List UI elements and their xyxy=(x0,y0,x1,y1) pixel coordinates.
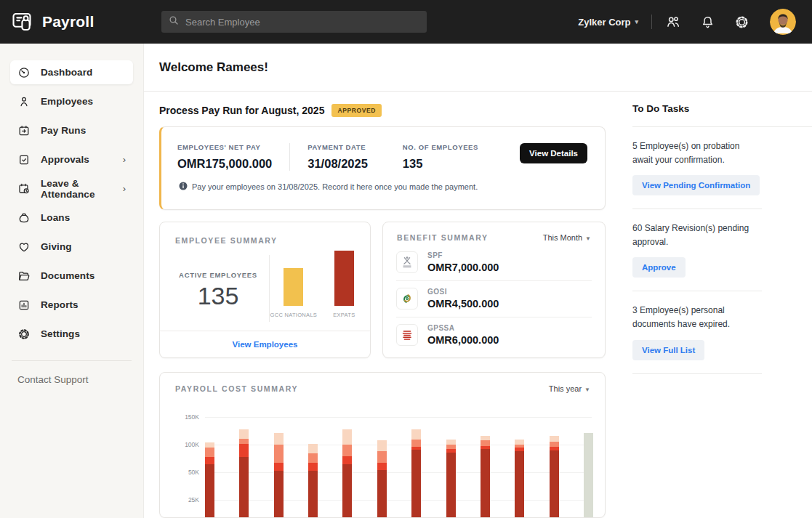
cost-bar-segment xyxy=(274,463,284,471)
sidebar: DashboardEmployeesPay RunsApprovals›Leav… xyxy=(0,44,144,518)
employees-icon xyxy=(17,95,31,108)
cost-bar-segment xyxy=(550,436,559,442)
todo-panel: To Do Tasks 5 Employee(s) on probation a… xyxy=(606,92,812,518)
app-title: Payroll xyxy=(42,13,94,31)
payroll-logo-icon xyxy=(10,9,35,34)
cost-bar-segment xyxy=(481,440,490,446)
sidebar-item-label: Dashboard xyxy=(41,67,92,78)
sidebar-item-settings[interactable]: Settings xyxy=(10,322,133,346)
cost-bar-segment xyxy=(446,440,456,445)
cost-bar-segment xyxy=(411,450,421,517)
sidebar-item-approvals[interactable]: Approvals› xyxy=(10,147,133,171)
payrun-stat: EMPLOYEES' NET PAYOMR175,000.000 xyxy=(177,143,272,171)
gpssa-logo xyxy=(396,324,418,346)
benefit-summary-card: BENEFIT SUMMARY This Month▼ SPFOMR7,000.… xyxy=(382,222,606,358)
sidebar-item-label: Leave & Attendance xyxy=(41,178,123,200)
todo-action-button[interactable]: View Pending Confirmation xyxy=(632,175,760,195)
sidebar-item-label: Giving xyxy=(41,241,72,252)
gear-icon[interactable] xyxy=(734,15,749,30)
sidebar-nav: DashboardEmployeesPay RunsApprovals›Leav… xyxy=(10,60,133,351)
page-title: Welcome Ramees! xyxy=(159,60,268,75)
employee-bar-expats: EXPATS xyxy=(333,251,355,312)
cost-bar-segment xyxy=(342,464,352,517)
employee-summary-card: EMPLOYEE SUMMARY ACTIVE EMPLOYEES 135 GC… xyxy=(159,222,371,358)
cost-bar-segment xyxy=(308,463,318,471)
app-logo[interactable]: Payroll xyxy=(0,9,161,34)
documents-icon xyxy=(17,270,31,283)
cost-bar-segment xyxy=(205,457,214,465)
bar xyxy=(284,268,303,306)
gosi-logo xyxy=(396,288,418,309)
benefit-amount: OMR6,000.000 xyxy=(427,334,499,346)
sidebar-item-giving[interactable]: Giving xyxy=(10,235,133,259)
reports-icon xyxy=(17,299,31,312)
user-avatar[interactable] xyxy=(770,9,796,35)
dashboard-icon xyxy=(17,66,31,79)
loans-icon xyxy=(17,211,31,224)
cost-bar-segment xyxy=(274,471,284,517)
leave-attendance-icon xyxy=(17,182,31,195)
benefit-row-spf: SPFOMR7,000.000 xyxy=(396,245,592,280)
todo-action-button[interactable]: View Full List xyxy=(632,340,704,360)
search-input[interactable] xyxy=(185,17,420,28)
benefit-amount: OMR7,000.000 xyxy=(427,262,499,273)
payroll-cost-title: PAYROLL COST SUMMARY xyxy=(175,384,298,393)
sidebar-item-leave-attendance[interactable]: Leave & Attendance› xyxy=(10,177,133,201)
employee-summary-chart: GCC NATIONALSEXPATS xyxy=(270,251,355,331)
view-details-button[interactable]: View Details xyxy=(520,143,587,163)
view-employees-link[interactable]: View Employees xyxy=(233,340,298,349)
bell-icon[interactable] xyxy=(700,15,715,30)
sidebar-item-reports[interactable]: Reports xyxy=(10,293,133,317)
cost-bar-segment xyxy=(205,464,214,517)
payroll-cost-period-dropdown[interactable]: This year▼ xyxy=(549,384,590,393)
gridline xyxy=(205,472,592,473)
todo-task-text: 5 Employee(s) on probation await your co… xyxy=(632,139,762,166)
benefit-period-dropdown[interactable]: This Month▼ xyxy=(543,233,591,242)
payrun-note-text: Pay your employees on 31/08/2025. Record… xyxy=(192,182,478,191)
cost-bar-segment xyxy=(515,451,524,517)
users-icon[interactable] xyxy=(665,14,681,30)
cost-bar-segment xyxy=(411,429,421,440)
sidebar-divider xyxy=(12,360,132,361)
cost-bar-segment xyxy=(239,429,249,439)
stat-label: PAYMENT DATE xyxy=(307,143,368,151)
cost-bar-segment xyxy=(550,450,559,517)
status-badge: APPROVED xyxy=(331,104,382,117)
cost-bar-segment xyxy=(377,463,387,470)
benefit-row-gosi: GOSIOMR4,500.000 xyxy=(396,280,592,317)
benefit-amount: OMR4,500.000 xyxy=(427,298,499,309)
sidebar-item-label: Settings xyxy=(41,328,80,339)
sidebar-item-dashboard[interactable]: Dashboard xyxy=(10,60,133,84)
payrun-stat: PAYMENT DATE31/08/2025 xyxy=(289,143,368,171)
giving-icon xyxy=(17,240,31,254)
bar xyxy=(334,251,354,306)
payroll-cost-chart: 150K100K50K25K xyxy=(160,410,605,517)
employee-search[interactable] xyxy=(161,11,427,33)
cost-bar-segment xyxy=(481,449,490,517)
todo-task-text: 3 Employee(s) personal documents have ex… xyxy=(632,304,762,331)
cost-bar-segment xyxy=(239,457,249,517)
cost-bar-highlight xyxy=(584,433,593,517)
sidebar-item-loans[interactable]: Loans xyxy=(10,206,133,230)
chevron-right-icon: › xyxy=(123,183,126,194)
sidebar-item-pay-runs[interactable]: Pay Runs xyxy=(10,118,133,142)
topbar-divider xyxy=(651,15,652,29)
employee-summary-title: EMPLOYEE SUMMARY xyxy=(175,236,278,245)
org-switcher[interactable]: Zylker Corp ▾ xyxy=(578,17,638,28)
todo-action-button[interactable]: Approve xyxy=(632,257,686,278)
benefit-name: SPF xyxy=(427,251,499,259)
payrun-section-title: Process Pay Run for August, 2025 xyxy=(159,105,324,116)
benefit-summary-title: BENEFIT SUMMARY xyxy=(397,233,489,242)
y-axis-tick: 100K xyxy=(169,441,199,448)
cost-bar-segment xyxy=(342,456,352,464)
sidebar-item-label: Approvals xyxy=(41,154,89,165)
contact-support-link[interactable]: Contact Support xyxy=(10,374,133,385)
spf-logo xyxy=(396,251,418,273)
sidebar-item-employees[interactable]: Employees xyxy=(10,89,133,113)
cost-bar-segment xyxy=(239,439,249,444)
sidebar-item-label: Pay Runs xyxy=(41,125,86,136)
cost-bar-segment xyxy=(377,440,387,451)
gridline xyxy=(205,500,592,501)
cost-bar-segment xyxy=(308,444,318,453)
sidebar-item-documents[interactable]: Documents xyxy=(10,264,133,288)
